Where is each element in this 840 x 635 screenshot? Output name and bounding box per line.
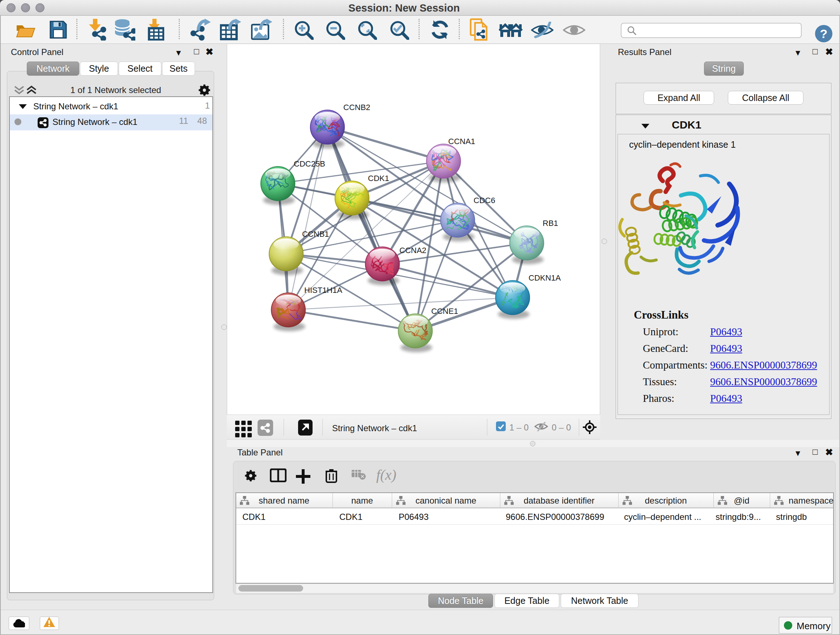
svg-text:CDKN1A: CDKN1A: [529, 273, 561, 282]
svg-text:RB1: RB1: [543, 219, 558, 228]
svg-text:HIST1H1A: HIST1H1A: [304, 286, 342, 295]
svg-text:CCNA2: CCNA2: [399, 246, 426, 255]
svg-text:CDC25B: CDC25B: [294, 159, 325, 168]
svg-text:CCNE1: CCNE1: [431, 307, 458, 316]
svg-text:CDK1: CDK1: [368, 174, 389, 183]
svg-text:CDC6: CDC6: [474, 196, 495, 205]
svg-text:CCNA1: CCNA1: [448, 137, 475, 146]
svg-text:CCNB1: CCNB1: [302, 230, 329, 239]
svg-text:CCNB2: CCNB2: [343, 103, 370, 112]
